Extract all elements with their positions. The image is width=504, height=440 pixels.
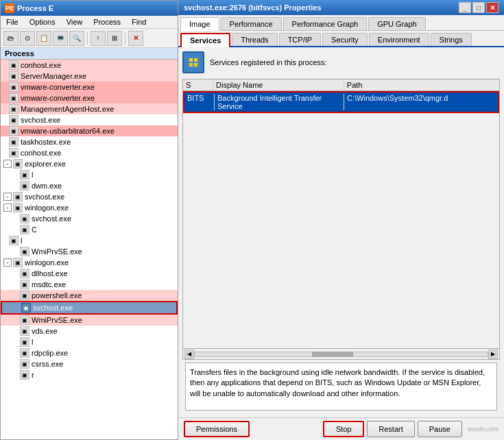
process-icon: ▣	[20, 315, 29, 325]
maximize-button[interactable]: □	[472, 2, 485, 13]
tab-strings[interactable]: Strings	[431, 33, 472, 46]
svg-rect-0	[187, 56, 200, 69]
scroll-track[interactable]	[194, 352, 488, 357]
list-item[interactable]: - ▣ svchost.exe	[1, 191, 178, 202]
expand-icon[interactable]: -	[3, 193, 12, 201]
process-name: ServerManager.exe	[21, 72, 86, 80]
expand-icon[interactable]: -	[3, 258, 12, 267]
list-item[interactable]: - ▣ winlogon.exe	[1, 202, 178, 213]
table-row-selected[interactable]: BITS Background Intelligent Transfer Ser…	[183, 91, 499, 113]
table-header: S Display Name Path	[183, 80, 499, 91]
services-icon	[182, 51, 204, 73]
toolbar-btn-5[interactable]: 🔍	[69, 31, 84, 46]
list-item[interactable]: - ▣ winlogon.exe	[1, 257, 178, 268]
svg-rect-4	[194, 63, 197, 66]
list-item[interactable]: ▣ C	[1, 224, 178, 235]
services-header-text: Services registered in this process:	[210, 58, 327, 66]
minimize-button[interactable]: _	[459, 2, 471, 13]
services-header: Services registered in this process:	[182, 51, 500, 73]
toolbar-btn-7[interactable]: ⊞	[107, 31, 122, 46]
list-item[interactable]: ▣ dllhost.exe	[1, 268, 178, 279]
toolbar-close-btn[interactable]: ✕	[128, 31, 143, 46]
list-item[interactable]: ▣ powershell.exe	[1, 290, 178, 301]
row-s: BITS	[187, 94, 215, 110]
tab-services[interactable]: Services	[180, 33, 230, 47]
toolbar-btn-4[interactable]: 💻	[53, 31, 68, 46]
properties-dialog: svchost.exe:2676 (bitfsvcs) Properties _…	[178, 0, 504, 440]
list-item[interactable]: ▣ ManagementAgentHost.exe	[1, 103, 178, 114]
permissions-button[interactable]: Permissions	[184, 421, 250, 437]
list-item[interactable]: ▣ ServerManager.exe	[1, 71, 178, 82]
process-name: C	[32, 225, 37, 234]
process-name: conhost.exe	[21, 149, 61, 157]
process-name: WmiPrvSE.exe	[32, 247, 82, 256]
process-name: dllhost.exe	[32, 269, 68, 278]
horizontal-scrollbar[interactable]: ◀ ▶	[183, 348, 499, 359]
process-icon: ▣	[20, 348, 29, 358]
list-item[interactable]: - ▣ explorer.exe	[1, 158, 178, 169]
process-icon: ▣	[20, 269, 29, 278]
list-item[interactable]: ▣ vds.exe	[1, 326, 178, 337]
tab-performance[interactable]: Performance	[221, 17, 282, 30]
list-item[interactable]: ▣ r	[1, 369, 178, 380]
restart-button[interactable]: Restart	[367, 421, 414, 437]
process-icon: ▣	[9, 60, 19, 70]
list-item[interactable]: ▣ dwm.exe	[1, 180, 178, 191]
list-item[interactable]: ▣ l	[1, 337, 178, 347]
scroll-right-arrow[interactable]: ▶	[488, 350, 498, 359]
menu-file[interactable]: File	[3, 17, 21, 27]
list-item[interactable]: ▣ csrss.exe	[1, 358, 178, 369]
watermark: wsxdn.com	[468, 426, 499, 432]
tab-tcpip[interactable]: TCP/IP	[279, 33, 321, 46]
col-header-display: Display Name	[213, 81, 344, 89]
toolbar-sep-1	[87, 32, 88, 45]
list-item-selected[interactable]: ▣ svchost.exe	[1, 301, 178, 315]
stop-button[interactable]: Stop	[323, 421, 364, 437]
process-icon: ▣	[13, 159, 23, 169]
list-item[interactable]: ▣ l	[1, 169, 178, 180]
menu-options[interactable]: Options	[27, 17, 58, 27]
list-item[interactable]: ▣ vmware-converter.exe	[1, 82, 178, 93]
process-name: WmiPrvSE.exe	[32, 316, 82, 324]
toolbar-btn-2[interactable]: ⊙	[20, 31, 35, 46]
list-item[interactable]: ▣ l	[1, 235, 178, 246]
scroll-thumb[interactable]	[312, 352, 353, 357]
services-panel: Services registered in this process: S D…	[178, 47, 504, 417]
list-item[interactable]: ▣ rdpclip.exe	[1, 347, 178, 358]
process-name: svchost.exe	[21, 116, 60, 124]
toolbar-sep-2	[125, 32, 125, 45]
tab-threads[interactable]: Threads	[232, 33, 277, 46]
list-item[interactable]: ▣ vmware-usbarbitrator64.exe	[1, 125, 178, 136]
close-button[interactable]: ✕	[486, 2, 499, 13]
services-table: S Display Name Path BITS Background Inte…	[182, 79, 500, 360]
title-controls: _ □ ✕	[459, 2, 499, 13]
toolbar-btn-1[interactable]: 🗁	[3, 31, 19, 46]
list-item[interactable]: ▣ conhost.exe	[1, 60, 178, 71]
list-item[interactable]: ▣ svchost.exe	[1, 213, 178, 224]
expand-icon[interactable]: -	[3, 160, 12, 168]
list-item[interactable]: ▣ WmiPrvSE.exe	[1, 315, 178, 326]
scroll-left-arrow[interactable]: ◀	[184, 350, 194, 359]
tab-strip-2: Services Threads TCP/IP Security Environ…	[178, 31, 504, 47]
process-list-header: Process	[1, 48, 178, 60]
expand-icon[interactable]: -	[3, 204, 12, 212]
tab-image[interactable]: Image	[180, 17, 219, 31]
list-item[interactable]: ▣ WmiPrvSE.exe	[1, 246, 178, 257]
pause-button[interactable]: Pause	[418, 421, 462, 437]
list-item[interactable]: ▣ msdtc.exe	[1, 279, 178, 290]
tab-environment[interactable]: Environment	[369, 33, 429, 46]
tab-performance-graph[interactable]: Performance Graph	[283, 17, 368, 30]
tab-gpu-graph[interactable]: GPU Graph	[368, 17, 425, 30]
dialog-content: Image Performance Performance Graph GPU …	[178, 15, 504, 440]
menu-find[interactable]: Find	[129, 17, 149, 27]
list-item[interactable]: ▣ vmware-converter.exe	[1, 93, 178, 103]
tab-security[interactable]: Security	[322, 33, 368, 46]
toolbar-btn-3[interactable]: 📋	[36, 31, 51, 46]
menu-process[interactable]: Process	[91, 17, 123, 27]
process-icon: ▣	[9, 137, 19, 147]
list-item[interactable]: ▣ taskhostex.exe	[1, 136, 178, 147]
menu-view[interactable]: View	[64, 17, 86, 27]
toolbar-btn-6[interactable]: ↑	[91, 31, 106, 46]
list-item[interactable]: ▣ svchost.exe	[1, 114, 178, 125]
list-item[interactable]: ▣ conhost.exe	[1, 147, 178, 158]
